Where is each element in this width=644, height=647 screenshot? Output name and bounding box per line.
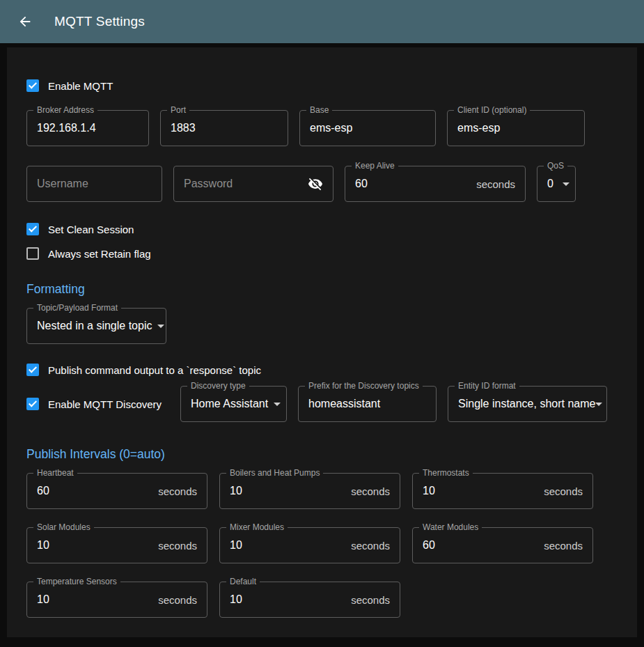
- checkbox-checked-icon: [26, 398, 39, 410]
- field-suffix: seconds: [544, 485, 583, 497]
- field-value: 10: [230, 539, 242, 552]
- field-value: 10: [37, 539, 49, 552]
- checkbox-checked-icon: [26, 79, 39, 92]
- interval-field-heartbeat[interactable]: Heartbeat 60 seconds: [26, 473, 207, 509]
- client-id-field[interactable]: Client ID (optional) ems-esp: [447, 110, 585, 146]
- field-label: Client ID (optional): [454, 106, 530, 115]
- field-suffix: seconds: [158, 540, 197, 552]
- checkbox-label: Enable MQTT: [48, 80, 113, 92]
- formatting-heading: Formatting: [26, 282, 618, 297]
- entity-id-format-select[interactable]: Entity ID format Single instance, short …: [448, 386, 607, 422]
- field-suffix: seconds: [351, 540, 390, 552]
- back-button[interactable]: [13, 9, 38, 34]
- base-field[interactable]: Base ems-esp: [299, 110, 436, 146]
- field-label: Base: [306, 106, 332, 115]
- dropdown-arrow-icon: [274, 403, 281, 406]
- arrow-back-icon: [17, 14, 33, 29]
- checkbox-unchecked-icon: [26, 247, 39, 260]
- interval-field-thermostats[interactable]: Thermostats 10 seconds: [412, 473, 593, 509]
- credentials-row: Username Password Keep Alive 60 seconds …: [26, 166, 618, 202]
- port-field[interactable]: Port 1883: [160, 110, 288, 146]
- topic-format-select[interactable]: Topic/Payload Format Nested in a single …: [26, 308, 166, 344]
- checkbox-label: Enable MQTT Discovery: [48, 398, 162, 410]
- app-bar: MQTT Settings: [0, 0, 644, 43]
- field-placeholder: Username: [37, 178, 88, 190]
- field-suffix: seconds: [544, 540, 583, 552]
- field-label: Mixer Modules: [226, 523, 288, 532]
- field-label: Topic/Payload Format: [33, 304, 121, 313]
- interval-field-solar[interactable]: Solar Modules 10 seconds: [26, 527, 207, 563]
- checkbox-label: Publish command output to a `response` t…: [48, 364, 261, 376]
- field-value: 60: [355, 178, 368, 190]
- field-value: ems-esp: [310, 122, 352, 134]
- field-suffix: seconds: [158, 594, 197, 606]
- field-value: ems-esp: [457, 122, 500, 134]
- interval-field-mixer[interactable]: Mixer Modules 10 seconds: [219, 527, 400, 563]
- password-field[interactable]: Password: [173, 166, 333, 202]
- clean-session-checkbox[interactable]: Set Clean Session: [26, 223, 618, 235]
- interval-field-default[interactable]: Default 10 seconds: [219, 582, 400, 618]
- field-value: 10: [230, 485, 242, 497]
- field-value: 60: [423, 539, 435, 552]
- field-value: homeassistant: [308, 398, 380, 410]
- field-label: Temperature Sensors: [33, 577, 120, 586]
- field-value: 1883: [171, 122, 196, 134]
- select-value: 0: [547, 178, 553, 190]
- field-value: 10: [423, 485, 435, 497]
- field-label: Heartbeat: [33, 469, 77, 478]
- mqtt-discovery-checkbox[interactable]: Enable MQTT Discovery: [26, 398, 169, 410]
- dropdown-arrow-icon: [563, 182, 570, 186]
- page-title: MQTT Settings: [54, 14, 145, 29]
- field-label: Water Modules: [419, 523, 482, 532]
- checkbox-checked-icon: [26, 223, 39, 235]
- username-field[interactable]: Username: [26, 166, 162, 202]
- field-placeholder: Password: [184, 178, 233, 190]
- field-value: 10: [37, 593, 49, 606]
- interval-field-temperature-sensors[interactable]: Temperature Sensors 10 seconds: [26, 582, 207, 618]
- broker-address-field[interactable]: Broker Address 192.168.1.4: [26, 110, 149, 146]
- visibility-off-icon: [308, 176, 323, 192]
- field-value: 192.168.1.4: [37, 122, 96, 134]
- field-label: Broker Address: [33, 106, 97, 115]
- interval-field-water[interactable]: Water Modules 60 seconds: [412, 527, 593, 563]
- field-value: 10: [230, 593, 242, 606]
- field-label: Entity ID format: [455, 382, 519, 391]
- select-value: Nested in a single topic: [37, 320, 152, 332]
- field-suffix: seconds: [476, 178, 515, 190]
- toggle-password-visibility-button[interactable]: [308, 176, 323, 192]
- keep-alive-field[interactable]: Keep Alive 60 seconds: [345, 166, 526, 202]
- retain-flag-checkbox[interactable]: Always set Retain flag: [26, 247, 618, 260]
- settings-panel: Enable MQTT Broker Address 192.168.1.4 P…: [7, 47, 637, 637]
- dropdown-arrow-icon: [157, 325, 164, 328]
- checkbox-checked-icon: [26, 364, 39, 376]
- field-label: Prefix for the Discovery topics: [305, 382, 423, 391]
- select-value: Home Assistant: [191, 398, 268, 410]
- qos-select[interactable]: QoS 0: [537, 166, 576, 202]
- dropdown-arrow-icon: [595, 403, 602, 406]
- topic-format-row: Topic/Payload Format Nested in a single …: [26, 308, 618, 344]
- field-label: Boilers and Heat Pumps: [226, 469, 323, 478]
- discovery-prefix-field[interactable]: Prefix for the Discovery topics homeassi…: [298, 386, 437, 422]
- field-label: Thermostats: [419, 469, 473, 478]
- field-label: Port: [167, 106, 189, 115]
- intervals-grid: Heartbeat 60 seconds Boilers and Heat Pu…: [26, 473, 618, 618]
- select-value: Single instance, short name: [458, 398, 595, 410]
- field-label: Discovery type: [187, 382, 249, 391]
- checkbox-label: Set Clean Session: [48, 224, 134, 235]
- interval-field-boilers[interactable]: Boilers and Heat Pumps 10 seconds: [219, 473, 400, 509]
- field-label: QoS: [544, 162, 567, 171]
- field-value: 60: [37, 485, 49, 497]
- field-label: Default: [226, 577, 260, 586]
- discovery-row: Enable MQTT Discovery Discovery type Hom…: [26, 386, 618, 422]
- enable-mqtt-checkbox[interactable]: Enable MQTT: [26, 79, 618, 92]
- discovery-type-select[interactable]: Discovery type Home Assistant: [180, 386, 287, 422]
- checkbox-label: Always set Retain flag: [48, 248, 151, 260]
- field-suffix: seconds: [351, 485, 390, 497]
- broker-row: Broker Address 192.168.1.4 Port 1883 Bas…: [26, 110, 618, 146]
- field-suffix: seconds: [158, 485, 197, 497]
- field-suffix: seconds: [351, 594, 390, 606]
- publish-response-checkbox[interactable]: Publish command output to a `response` t…: [26, 364, 618, 376]
- publish-intervals-heading: Publish Intervals (0=auto): [26, 447, 618, 462]
- field-label: Solar Modules: [33, 523, 94, 532]
- field-label: Keep Alive: [352, 162, 398, 171]
